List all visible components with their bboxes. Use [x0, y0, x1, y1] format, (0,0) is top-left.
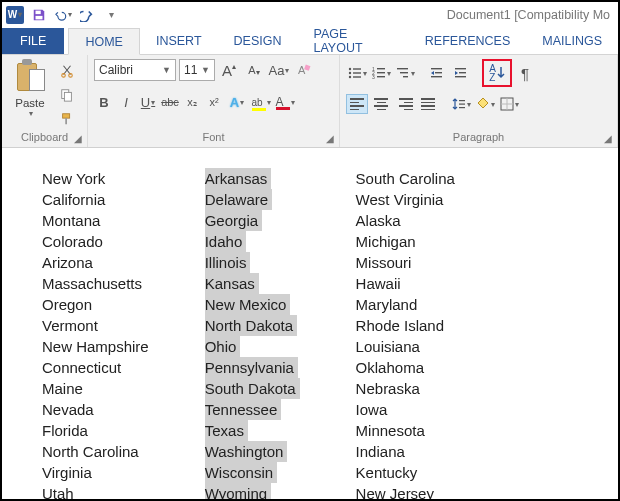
- paste-dropdown-arrow: ▾: [29, 109, 33, 118]
- svg-rect-7: [65, 118, 67, 124]
- list-item: Colorado: [42, 231, 149, 252]
- list-item: Iowa: [356, 399, 455, 420]
- group-font: Calibri ▼ 11 ▼ A▴ A▾ Aa▾ A B: [88, 55, 340, 147]
- highlight-button[interactable]: ab ▾: [250, 91, 272, 113]
- list-item: Massachusetts: [42, 273, 149, 294]
- sort-button[interactable]: AZ: [485, 62, 509, 84]
- list-item-selected: South Dakota: [205, 378, 300, 399]
- tab-design[interactable]: DESIGN: [218, 28, 298, 54]
- list-item: Oklahoma: [356, 357, 455, 378]
- numbering-button[interactable]: 123▾: [370, 62, 392, 84]
- format-painter-button[interactable]: [56, 109, 78, 129]
- line-spacing-button[interactable]: ▾: [450, 93, 472, 115]
- shrink-font-button[interactable]: A▾: [243, 59, 265, 81]
- font-size-combo[interactable]: 11 ▼: [179, 59, 215, 81]
- undo-button[interactable]: ▾: [54, 5, 72, 25]
- list-item: New York: [42, 168, 149, 189]
- paragraph-dialog-launcher[interactable]: ◢: [602, 133, 614, 145]
- text-effects-button[interactable]: A▾: [226, 91, 248, 113]
- grow-font-button[interactable]: A▴: [218, 59, 240, 81]
- increase-indent-button[interactable]: [450, 62, 472, 84]
- font-dialog-launcher[interactable]: ◢: [324, 133, 336, 145]
- align-center-button[interactable]: [370, 94, 392, 114]
- sort-button-highlight: AZ: [482, 59, 512, 87]
- subscript-button[interactable]: x₂: [182, 91, 202, 113]
- bullets-button[interactable]: ▾: [346, 62, 368, 84]
- tab-mailings[interactable]: MAILINGS: [526, 28, 618, 54]
- svg-rect-28: [455, 68, 466, 69]
- app-menu-arrow: ▾: [18, 10, 22, 19]
- shading-button[interactable]: ▾: [474, 93, 496, 115]
- document-body[interactable]: New YorkCaliforniaMontanaColoradoArizona…: [2, 148, 618, 501]
- tab-page-layout[interactable]: PAGE LAYOUT: [297, 28, 408, 54]
- list-item-selected: Delaware: [205, 189, 272, 210]
- list-item-selected: Georgia: [205, 210, 262, 231]
- list-item: North Carolina: [42, 441, 149, 462]
- tab-references[interactable]: REFERENCES: [409, 28, 526, 54]
- list-item: Florida: [42, 420, 149, 441]
- word-app-icon[interactable]: W ▾: [6, 6, 24, 24]
- svg-rect-29: [459, 72, 466, 73]
- list-item-selected: Idaho: [205, 231, 247, 252]
- svg-rect-0: [36, 10, 41, 14]
- justify-button[interactable]: [418, 94, 440, 114]
- svg-rect-25: [431, 68, 442, 69]
- svg-text:3: 3: [372, 74, 375, 80]
- svg-rect-1: [36, 15, 43, 19]
- superscript-button[interactable]: x²: [204, 91, 224, 113]
- group-clipboard: Paste ▾ Clipboard ◢: [2, 55, 88, 147]
- list-item: South Carolina: [356, 168, 455, 189]
- align-right-button[interactable]: [394, 94, 416, 114]
- list-item-selected: Illinois: [205, 252, 251, 273]
- qat-customize[interactable]: ▾: [102, 5, 120, 25]
- list-item: Connecticut: [42, 357, 149, 378]
- copy-button[interactable]: [56, 85, 78, 105]
- list-item: Alaska: [356, 210, 455, 231]
- cut-button[interactable]: [56, 61, 78, 81]
- show-hide-button[interactable]: ¶: [514, 62, 536, 84]
- sort-icon: AZ: [489, 64, 505, 82]
- svg-rect-24: [403, 76, 408, 77]
- list-item-selected: Kansas: [205, 273, 259, 294]
- text-column-right: South CarolinaWest VirginiaAlaskaMichiga…: [356, 168, 455, 501]
- tab-file[interactable]: FILE: [2, 28, 64, 54]
- svg-rect-19: [377, 72, 385, 73]
- redo-button[interactable]: [78, 5, 96, 25]
- multilevel-list-button[interactable]: ▾: [394, 62, 416, 84]
- decrease-indent-button[interactable]: [426, 62, 448, 84]
- list-item-selected: Texas: [205, 420, 248, 441]
- list-item-selected: Wyoming: [205, 483, 271, 501]
- group-paragraph: ▾ 123▾ ▾: [340, 55, 618, 147]
- change-case-button[interactable]: Aa▾: [268, 59, 290, 81]
- paste-button[interactable]: Paste ▾: [8, 59, 52, 118]
- list-item-selected: Pennsylvania: [205, 357, 298, 378]
- italic-button[interactable]: I: [116, 91, 136, 113]
- list-item-selected: Arkansas: [205, 168, 272, 189]
- titlebar: W ▾ ▾ ▾ Document1 [Compatibility Mo: [2, 2, 618, 28]
- clear-formatting-button[interactable]: A: [293, 59, 315, 81]
- font-color-button[interactable]: A ▾: [274, 91, 296, 113]
- list-item: Minnesota: [356, 420, 455, 441]
- svg-rect-22: [397, 68, 408, 69]
- borders-button[interactable]: ▾: [498, 93, 520, 115]
- document-title: Document1 [Compatibility Mo: [120, 8, 618, 22]
- ribbon: Paste ▾ Clipboard ◢: [2, 54, 618, 148]
- svg-rect-13: [353, 72, 361, 73]
- underline-button[interactable]: U▾: [138, 91, 158, 113]
- bold-button[interactable]: B: [94, 91, 114, 113]
- tab-insert[interactable]: INSERT: [140, 28, 218, 54]
- list-item: Rhode Island: [356, 315, 455, 336]
- strikethrough-button[interactable]: abc: [160, 91, 180, 113]
- save-button[interactable]: [30, 5, 48, 25]
- ribbon-tabs: FILE HOME INSERT DESIGN PAGE LAYOUT REFE…: [2, 28, 618, 54]
- list-item-selected: Wisconsin: [205, 462, 277, 483]
- paste-label: Paste: [15, 97, 44, 109]
- font-name-combo[interactable]: Calibri ▼: [94, 59, 176, 81]
- list-item: Utah: [42, 483, 149, 501]
- svg-rect-26: [435, 72, 442, 73]
- paragraph-group-label: Paragraph: [453, 131, 504, 143]
- align-left-button[interactable]: [346, 94, 368, 114]
- tab-home[interactable]: HOME: [68, 28, 140, 55]
- list-item: California: [42, 189, 149, 210]
- clipboard-dialog-launcher[interactable]: ◢: [72, 133, 84, 145]
